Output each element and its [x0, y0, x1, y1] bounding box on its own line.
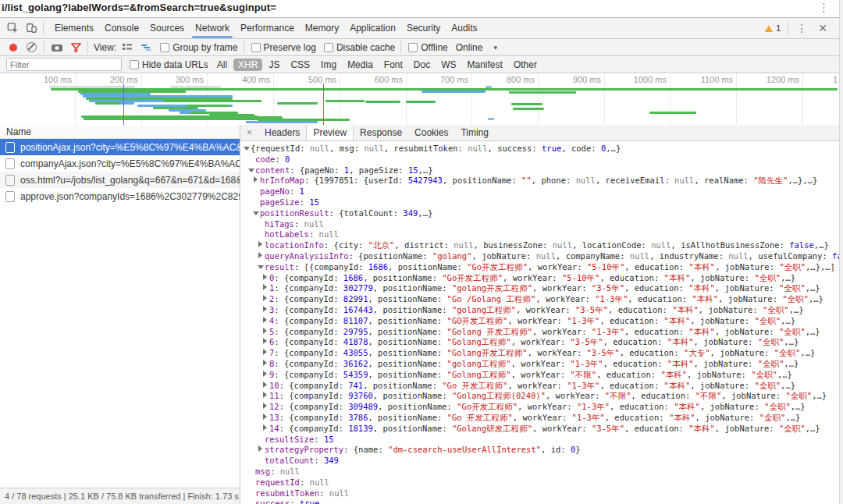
filter-type-ws[interactable]: WS — [436, 59, 461, 71]
expander-closed-icon[interactable] — [258, 445, 265, 456]
tab-console[interactable]: Console — [99, 18, 144, 38]
filter-type-media[interactable]: Media — [343, 59, 378, 71]
device-toolbar-icon[interactable] — [22, 19, 41, 37]
expander-closed-icon[interactable] — [262, 327, 269, 338]
expander-closed-icon[interactable] — [262, 283, 269, 294]
group-by-frame-label[interactable]: Group by frame — [173, 42, 237, 53]
json-line[interactable]: 12: {companyId: 309489, positionName: "G… — [244, 402, 839, 413]
expander-closed-icon[interactable] — [262, 413, 269, 424]
expander-closed-icon[interactable] — [262, 391, 269, 402]
json-line[interactable]: {requestId: null, msg: null, resubmitTok… — [244, 144, 839, 154]
json-line[interactable]: 4: {companyId: 81107, positionName: "GO开… — [244, 316, 839, 327]
json-line[interactable]: 8: {companyId: 36162, positionName: "gol… — [244, 359, 839, 370]
filter-funnel-icon[interactable] — [71, 43, 81, 52]
filter-type-css[interactable]: CSS — [286, 59, 315, 71]
expander-closed-icon[interactable] — [253, 176, 260, 186]
name-column-header[interactable]: Name — [6, 126, 31, 137]
offline-label[interactable]: Offline — [421, 42, 447, 53]
offline-checkbox[interactable] — [408, 43, 418, 52]
clear-button[interactable] — [27, 42, 37, 52]
json-line[interactable]: result: [{companyId: 1686, positionName:… — [244, 262, 839, 273]
expander-closed-icon[interactable] — [262, 359, 269, 370]
expander-open-icon[interactable] — [248, 165, 255, 176]
detail-tab-preview[interactable]: Preview — [306, 125, 354, 140]
network-overview-waterfall[interactable]: 100 ms200 ms300 ms400 ms500 ms600 ms700 … — [0, 73, 839, 129]
hide-data-urls-label[interactable]: Hide data URLs — [142, 59, 208, 70]
request-row[interactable]: companyAjax.json?city=%E5%8C%97%E4%BA%AC… — [0, 155, 240, 172]
filter-type-manifest[interactable]: Manifest — [463, 59, 507, 71]
expander-closed-icon[interactable] — [262, 294, 269, 305]
filter-type-other[interactable]: Other — [509, 59, 542, 71]
detail-tab-response[interactable]: Response — [354, 125, 408, 140]
preserve-log-label[interactable]: Preserve log — [264, 42, 316, 53]
expander-closed-icon[interactable] — [262, 370, 269, 381]
expander-closed-icon[interactable] — [262, 337, 269, 348]
json-line[interactable]: positionResult: {totalCount: 349,…} — [244, 208, 839, 219]
tab-application[interactable]: Application — [344, 18, 401, 38]
expander-closed-icon[interactable] — [262, 273, 269, 284]
expander-closed-icon[interactable] — [262, 305, 269, 316]
filter-type-doc[interactable]: Doc — [409, 59, 435, 71]
filter-type-font[interactable]: Font — [379, 59, 407, 71]
tab-elements[interactable]: Elements — [49, 18, 99, 38]
json-line[interactable]: 0: {companyId: 1686, positionName: "Go开发… — [244, 273, 839, 284]
browser-menu-icon[interactable]: ⋮ — [818, 1, 830, 15]
devtools-close-icon[interactable]: ✕ — [813, 22, 833, 34]
expander-closed-icon[interactable] — [262, 316, 269, 327]
view-list-icon[interactable] — [122, 43, 133, 52]
json-line[interactable]: strategyProperty: {name: "dm-csearch-use… — [244, 445, 839, 456]
json-line[interactable]: 5: {companyId: 29795, positionName: "Gol… — [244, 327, 839, 338]
expander-closed-icon[interactable] — [262, 348, 269, 359]
json-line[interactable]: 6: {companyId: 41878, positionName: "Gol… — [244, 337, 839, 348]
close-detail-icon[interactable]: × — [240, 127, 258, 138]
json-line[interactable]: hrInfoMap: {1997851: {userId: 5427943, p… — [244, 176, 839, 186]
expander-open-icon[interactable] — [258, 262, 265, 273]
json-line[interactable]: locationInfo: {city: "北京", district: nul… — [244, 240, 839, 251]
disable-cache-checkbox[interactable] — [324, 43, 333, 52]
expander-open-icon[interactable] — [244, 144, 251, 154]
filter-input[interactable] — [6, 58, 122, 71]
filter-type-img[interactable]: Img — [316, 59, 341, 71]
expander-closed-icon[interactable] — [262, 402, 269, 413]
group-by-frame-checkbox[interactable] — [160, 43, 169, 52]
tab-performance[interactable]: Performance — [235, 18, 300, 38]
detail-tab-cookies[interactable]: Cookies — [408, 125, 454, 140]
devtools-menu-icon[interactable]: ⋮ — [791, 22, 813, 34]
throttling-dropdown[interactable]: Online ▾ — [456, 42, 497, 53]
filter-type-js[interactable]: JS — [264, 59, 284, 71]
json-line[interactable]: 11: {companyId: 93760, positionName: "Go… — [244, 391, 839, 402]
tab-security[interactable]: Security — [401, 18, 446, 38]
warning-icon[interactable] — [765, 25, 773, 32]
json-line[interactable]: 13: {companyId: 3786, positionName: "Go … — [244, 413, 839, 424]
request-row[interactable]: approve.json?companyIds=1686%2C302779%2C… — [0, 188, 240, 204]
detail-tab-headers[interactable]: Headers — [258, 125, 306, 140]
warning-count[interactable]: 1 — [776, 23, 781, 33]
request-list-header[interactable]: Name — [0, 125, 240, 139]
tab-audits[interactable]: Audits — [446, 18, 482, 38]
waterfall-overview-icon[interactable] — [140, 43, 151, 52]
record-button[interactable] — [9, 44, 17, 51]
json-line[interactable]: 10: {companyId: 741, positionName: "Go 开… — [244, 381, 839, 392]
json-line[interactable]: content: {pageNo: 1, pageSize: 15,…} — [244, 165, 839, 176]
json-line[interactable]: 14: {companyId: 18139, positionName: "Go… — [244, 424, 839, 435]
screenshot-capture-icon[interactable] — [51, 43, 63, 52]
expander-closed-icon[interactable] — [262, 424, 269, 435]
json-line[interactable]: 9: {companyId: 54359, positionName: "Gol… — [244, 370, 839, 381]
json-line[interactable]: 7: {companyId: 43055, positionName: "Gol… — [244, 348, 839, 359]
disable-cache-label[interactable]: Disable cache — [336, 42, 395, 53]
detail-tab-timing[interactable]: Timing — [454, 125, 495, 140]
json-line[interactable]: 2: {companyId: 82991, positionName: "Go … — [244, 294, 839, 305]
preserve-log-checkbox[interactable] — [251, 43, 261, 52]
tab-network[interactable]: Network — [190, 18, 235, 38]
json-line[interactable]: 3: {companyId: 167443, positionName: "go… — [244, 305, 839, 316]
tab-sources[interactable]: Sources — [144, 18, 190, 38]
inspect-element-icon[interactable] — [3, 19, 22, 37]
json-line[interactable]: 1: {companyId: 302779, positionName: "go… — [244, 283, 839, 294]
hide-data-urls-checkbox[interactable] — [130, 60, 139, 69]
request-row[interactable]: positionAjax.json?city=%E5%8C%97%E4%BA%A… — [0, 139, 240, 155]
json-line[interactable]: queryAnalysisInfo: {positionName: "golan… — [244, 251, 839, 262]
tab-memory[interactable]: Memory — [300, 18, 344, 38]
filter-type-xhr[interactable]: XHR — [233, 59, 262, 71]
filter-type-all[interactable]: All — [212, 59, 232, 71]
request-row[interactable]: oss.html?u=/jobs/list_golang&q=667&n=671… — [0, 172, 240, 188]
